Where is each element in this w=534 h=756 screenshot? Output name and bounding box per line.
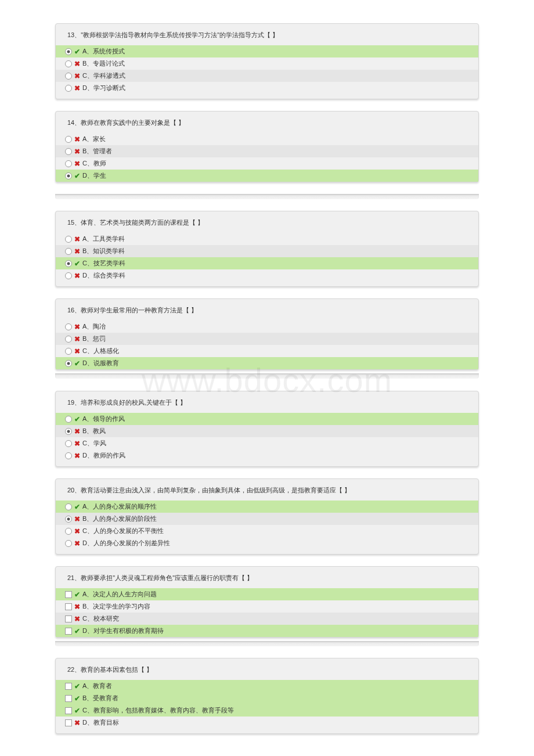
option-a[interactable]: ✔A、人的身心发展的顺序性 — [56, 501, 478, 513]
option-d[interactable]: ✖D、教师的作风 — [56, 449, 478, 462]
check-icon: ✔ — [74, 682, 81, 690]
option-b[interactable]: ✖B、人的身心发展的阶段性 — [56, 513, 478, 525]
check-icon: ✔ — [74, 627, 81, 635]
cross-icon: ✖ — [74, 247, 81, 255]
separator — [55, 373, 479, 379]
radio-icon — [65, 85, 72, 92]
options-list: ✔A、领导的作风 ✖B、教风 ✖C、学风 ✖D、教师的作风 — [56, 413, 478, 466]
question-title: 13、"教师根据学法指导教材向学生系统传授学习方法"的学法指导方式【 】 — [56, 24, 478, 45]
option-d[interactable]: ✔D、对学生有积极的教育期待 — [56, 625, 478, 637]
cross-icon: ✖ — [74, 347, 81, 355]
radio-icon — [65, 516, 72, 523]
radio-icon — [65, 148, 72, 155]
question-block-14: 14、教师在教育实践中的主要对象是【 】 ✖A、家长 ✖B、管理者 ✖C、教师 … — [55, 111, 479, 182]
cross-icon: ✖ — [74, 272, 81, 280]
option-a[interactable]: ✖A、工具类学科 — [56, 233, 478, 245]
radio-icon — [65, 336, 72, 343]
option-d[interactable]: ✔D、学生 — [56, 170, 478, 182]
question-title: 22、教育的基本因素包括【 】 — [56, 658, 478, 680]
cross-icon: ✖ — [74, 719, 81, 727]
option-b[interactable]: ✖B、教风 — [56, 425, 478, 437]
option-c[interactable]: ✖C、人格感化 — [56, 345, 478, 357]
check-icon: ✔ — [74, 260, 81, 268]
options-list: ✔A、教育者 ✔B、受教育者 ✔C、教育影响，包括教育媒体、教育内容、教育手段等… — [56, 680, 478, 733]
question-block-20: 20、教育活动要注意由浅入深，由简单到复杂，由抽象到具体，由低级到高级，是指教育… — [55, 478, 479, 555]
option-d[interactable]: ✖D、学习诊断式 — [56, 82, 478, 94]
radio-icon — [65, 272, 72, 279]
option-c[interactable]: ✖C、校本研究 — [56, 613, 478, 625]
options-list: ✔A、决定人的人生方向问题 ✖B、决定学生的学习内容 ✖C、校本研究 ✔D、对学… — [56, 588, 478, 637]
check-icon: ✔ — [74, 503, 81, 511]
checkbox-icon — [65, 719, 72, 726]
question-title: 14、教师在教育实践中的主要对象是【 】 — [56, 111, 478, 133]
option-d[interactable]: ✖D、教育目标 — [56, 717, 478, 729]
checkbox-icon — [65, 603, 72, 610]
cross-icon: ✖ — [74, 452, 81, 460]
option-c[interactable]: ✖C、人的身心发展的不平衡性 — [56, 525, 478, 537]
radio-icon — [65, 440, 72, 447]
radio-icon — [65, 60, 72, 67]
option-b[interactable]: ✖B、管理者 — [56, 145, 478, 157]
check-icon: ✔ — [74, 694, 81, 703]
question-block-15: 15、体育、艺术类与技能类两方面的课程是【 】 ✖A、工具类学科 ✖B、知识类学… — [55, 211, 479, 287]
checkbox-icon — [65, 695, 72, 702]
radio-icon — [65, 248, 72, 255]
option-b[interactable]: ✔B、受教育者 — [56, 692, 478, 704]
option-b[interactable]: ✖B、知识类学科 — [56, 245, 478, 257]
question-title: 16、教师对学生最常用的一种教育方法是【 】 — [56, 299, 478, 321]
separator — [55, 641, 479, 646]
radio-icon — [65, 323, 72, 330]
option-a[interactable]: ✖A、陶冶 — [56, 321, 478, 333]
radio-icon — [65, 48, 72, 55]
cross-icon: ✖ — [74, 147, 81, 156]
radio-icon — [65, 73, 72, 80]
option-a[interactable]: ✔A、系统传授式 — [56, 45, 478, 57]
radio-icon — [65, 428, 72, 435]
checkbox-icon — [65, 615, 72, 622]
option-c[interactable]: ✔C、技艺类学科 — [56, 257, 478, 269]
option-d[interactable]: ✖D、综合类学科 — [56, 269, 478, 282]
radio-icon — [65, 416, 72, 423]
cross-icon: ✖ — [74, 527, 81, 535]
cross-icon: ✖ — [74, 603, 81, 611]
cross-icon: ✖ — [74, 60, 81, 68]
option-c[interactable]: ✖C、学科渗透式 — [56, 70, 478, 82]
option-b[interactable]: ✖B、决定学生的学习内容 — [56, 600, 478, 613]
cross-icon: ✖ — [74, 515, 81, 523]
quiz-container: 13、"教师根据学法指导教材向学生系统传授学习方法"的学法指导方式【 】 ✔A、… — [55, 23, 479, 734]
question-title: 19、培养和形成良好的校风,关键在于【 】 — [56, 391, 478, 413]
separator — [55, 194, 479, 199]
cross-icon: ✖ — [74, 539, 81, 548]
cross-icon: ✖ — [74, 335, 81, 343]
question-title: 21、教师要承担"人类灵魂工程师角色"应该重点履行的职责有【 】 — [56, 567, 478, 588]
radio-icon — [65, 348, 72, 355]
option-b[interactable]: ✖B、专题讨论式 — [56, 57, 478, 70]
options-list: ✔A、人的身心发展的顺序性 ✖B、人的身心发展的阶段性 ✖C、人的身心发展的不平… — [56, 501, 478, 554]
options-list: ✔A、系统传授式 ✖B、专题讨论式 ✖C、学科渗透式 ✖D、学习诊断式 — [56, 45, 478, 99]
option-c[interactable]: ✖C、教师 — [56, 157, 478, 170]
radio-icon — [65, 160, 72, 167]
option-b[interactable]: ✖B、惩罚 — [56, 333, 478, 345]
cross-icon: ✖ — [74, 235, 81, 243]
cross-icon: ✖ — [74, 84, 81, 92]
radio-icon — [65, 136, 72, 143]
radio-icon — [65, 260, 72, 267]
check-icon: ✔ — [74, 591, 81, 599]
question-block-21: 21、教师要承担"人类灵魂工程师角色"应该重点履行的职责有【 】 ✔A、决定人的… — [55, 566, 479, 638]
check-icon: ✔ — [74, 359, 81, 368]
checkbox-icon — [65, 591, 72, 598]
options-list: ✖A、家长 ✖B、管理者 ✖C、教师 ✔D、学生 — [56, 133, 478, 182]
option-a[interactable]: ✖A、家长 — [56, 133, 478, 145]
option-d[interactable]: ✔D、说服教育 — [56, 357, 478, 369]
options-list: ✖A、陶冶 ✖B、惩罚 ✖C、人格感化 ✔D、说服教育 — [56, 321, 478, 369]
check-icon: ✔ — [74, 707, 81, 715]
cross-icon: ✖ — [74, 615, 81, 623]
option-c[interactable]: ✖C、学风 — [56, 437, 478, 449]
option-c[interactable]: ✔C、教育影响，包括教育媒体、教育内容、教育手段等 — [56, 704, 478, 717]
question-block-13: 13、"教师根据学法指导教材向学生系统传授学习方法"的学法指导方式【 】 ✔A、… — [55, 23, 479, 99]
option-d[interactable]: ✖D、人的身心发展的个别差异性 — [56, 537, 478, 549]
option-a[interactable]: ✔A、决定人的人生方向问题 — [56, 588, 478, 600]
radio-icon — [65, 452, 72, 459]
option-a[interactable]: ✔A、教育者 — [56, 680, 478, 692]
option-a[interactable]: ✔A、领导的作风 — [56, 413, 478, 425]
